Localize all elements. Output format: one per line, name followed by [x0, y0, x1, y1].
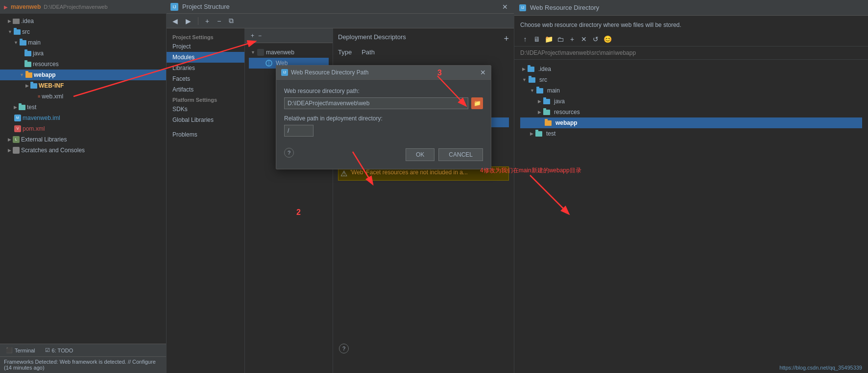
- folder-icon: [545, 120, 552, 126]
- tree-label: pom.xml: [23, 125, 45, 132]
- dialog-close-button[interactable]: ✕: [480, 69, 486, 76]
- bottom-bar: ⬛ Terminal ☑ 6: TODO Frameworks Detected…: [0, 344, 167, 373]
- right-panel-description: Choose web resource directory where web …: [514, 16, 868, 32]
- path-label: Path: [362, 48, 375, 56]
- tree-item-webapp[interactable]: ▼ webapp: [0, 70, 166, 80]
- add-button[interactable]: +: [203, 16, 211, 26]
- add-right-btn[interactable]: +: [567, 34, 577, 44]
- tree-item-resources[interactable]: ▶ resources: [0, 59, 166, 70]
- tree-item-main[interactable]: ▼ main: [0, 37, 166, 48]
- cancel-button[interactable]: CANCEL: [438, 148, 483, 161]
- terminal-label: Terminal: [15, 348, 35, 353]
- terminal-tab[interactable]: ⬛ Terminal: [4, 346, 37, 354]
- remove-button[interactable]: −: [215, 16, 223, 26]
- tree-label: web.xml: [42, 93, 63, 100]
- todo-icon: ☑: [45, 347, 50, 353]
- close-button[interactable]: ✕: [500, 3, 510, 11]
- folder-icon: [24, 51, 31, 56]
- expand-icon: ▶: [14, 105, 17, 110]
- dialog-title: Web Resource Directory Path: [291, 69, 369, 76]
- nav-problems[interactable]: Problems: [167, 129, 244, 140]
- right-tree-test[interactable]: ▶ test: [520, 128, 862, 139]
- sync-btn[interactable]: ↺: [591, 34, 601, 44]
- tree-label: test: [27, 104, 36, 111]
- tree-item-webxml[interactable]: ▶ ≡ web.xml: [0, 91, 166, 102]
- folder-icon: [536, 88, 543, 93]
- tree-item-ext-libs[interactable]: ▶ L External Libraries: [0, 134, 166, 145]
- nav-project[interactable]: Project: [167, 41, 244, 52]
- right-toolbar: ↑ 🖥 📁 🗀 + ✕ ↺ 😊: [514, 32, 868, 47]
- expand-icon: ▼: [8, 29, 12, 34]
- folder-icon: [30, 83, 37, 89]
- back-button[interactable]: ◀: [170, 16, 180, 26]
- ok-button[interactable]: OK: [406, 148, 434, 161]
- folder-icon: [543, 99, 550, 104]
- toolbar: ◀ ▶ + − ⧉: [167, 14, 514, 28]
- project-header: ▶ mavenweb D:\IDEAProject\mavenweb: [0, 0, 166, 14]
- project-tree: ▶ .idea ▼ src ▼ main ▶ java ▶ resources: [0, 14, 166, 344]
- pom-icon: V: [14, 125, 21, 132]
- tree-item-src[interactable]: ▼ src: [0, 26, 166, 37]
- tree-label: mavenweb.iml: [23, 115, 60, 121]
- right-tree-java[interactable]: ▶ java: [520, 96, 862, 107]
- path-input-row: 📁: [284, 97, 483, 109]
- modules-remove[interactable]: −: [258, 32, 262, 39]
- tree-item-java[interactable]: ▶ java: [0, 48, 166, 59]
- folder-icon: [543, 110, 550, 115]
- copy-button[interactable]: ⧉: [227, 16, 236, 26]
- nav-global-libs[interactable]: Global Libraries: [167, 115, 244, 125]
- nav-artifacts[interactable]: Artifacts: [167, 84, 244, 95]
- tree-label: WEB-INF: [39, 82, 64, 89]
- new-folder-btn[interactable]: 📁: [544, 34, 554, 44]
- tree-item-test[interactable]: ▶ test: [0, 102, 166, 113]
- relative-input[interactable]: [284, 125, 313, 137]
- add-deployment-btn[interactable]: +: [504, 34, 509, 44]
- status-text: Frameworks Detected: Web framework is de…: [4, 359, 156, 371]
- folder-icon: [19, 105, 25, 110]
- folder2-btn[interactable]: 🗀: [555, 34, 565, 44]
- path-input[interactable]: [284, 97, 468, 109]
- right-tree-idea[interactable]: ▶ .idea: [520, 64, 862, 74]
- tree-label: src: [539, 76, 547, 83]
- separator: [198, 17, 198, 25]
- tree-label: java: [554, 98, 565, 105]
- right-tree-src[interactable]: ▼ src: [520, 74, 862, 85]
- help-button[interactable]: ?: [339, 344, 349, 353]
- right-tree-resources[interactable]: ▶ resources: [520, 107, 862, 117]
- project-path: D:\IDEAProject\mavenweb: [44, 4, 107, 10]
- nav-facets[interactable]: Facets: [167, 73, 244, 84]
- nav-libraries[interactable]: Libraries: [167, 63, 244, 73]
- right-tree-webapp[interactable]: ▶ webapp: [520, 117, 862, 128]
- refresh-btn[interactable]: ↑: [520, 34, 530, 44]
- intellij-icon: IJ: [170, 3, 178, 11]
- tree-item-iml[interactable]: ▶ M mavenweb.iml: [0, 113, 166, 123]
- dialog-help-button[interactable]: ?: [284, 148, 294, 158]
- warning-icon: ⚠: [340, 169, 347, 178]
- browse-button[interactable]: 📁: [471, 97, 483, 109]
- tree-item-scratches[interactable]: ▶ Scratches and Consoles: [0, 145, 166, 156]
- nav-label: Libraries: [172, 65, 195, 71]
- modules-add[interactable]: +: [251, 32, 254, 39]
- forward-button[interactable]: ▶: [184, 16, 193, 26]
- expand-icon: ▶: [8, 148, 11, 153]
- nav-label: Global Libraries: [172, 117, 214, 123]
- dialog-title-area: IJ Web Resource Directory Path: [281, 69, 369, 76]
- nav-modules[interactable]: Modules: [167, 52, 244, 63]
- module-name: mavenweb: [266, 49, 294, 56]
- expand-icon: ▶: [538, 110, 541, 115]
- tree-item-pom[interactable]: ▶ V pom.xml: [0, 123, 166, 134]
- nav-sdks[interactable]: SDKs: [167, 104, 244, 115]
- tree-label: External Libraries: [21, 136, 67, 143]
- delete-right-btn[interactable]: ✕: [579, 34, 589, 44]
- module-mavenweb[interactable]: ▼ mavenweb: [249, 47, 329, 58]
- tree-item-webinf[interactable]: ▶ WEB-INF: [0, 80, 166, 91]
- right-tree-main[interactable]: ▼ main: [520, 85, 862, 96]
- todo-tab[interactable]: ☑ 6: TODO: [43, 346, 75, 354]
- expand-icon: ▶: [530, 131, 533, 136]
- type-path-header: Type Path: [338, 48, 509, 56]
- monitor-btn[interactable]: 🖥: [532, 34, 542, 44]
- folder-icon: [14, 29, 21, 35]
- avatar-btn[interactable]: 😊: [603, 34, 612, 44]
- tree-item-idea[interactable]: ▶ .idea: [0, 16, 166, 26]
- help-icon-bottom[interactable]: ?: [339, 344, 349, 353]
